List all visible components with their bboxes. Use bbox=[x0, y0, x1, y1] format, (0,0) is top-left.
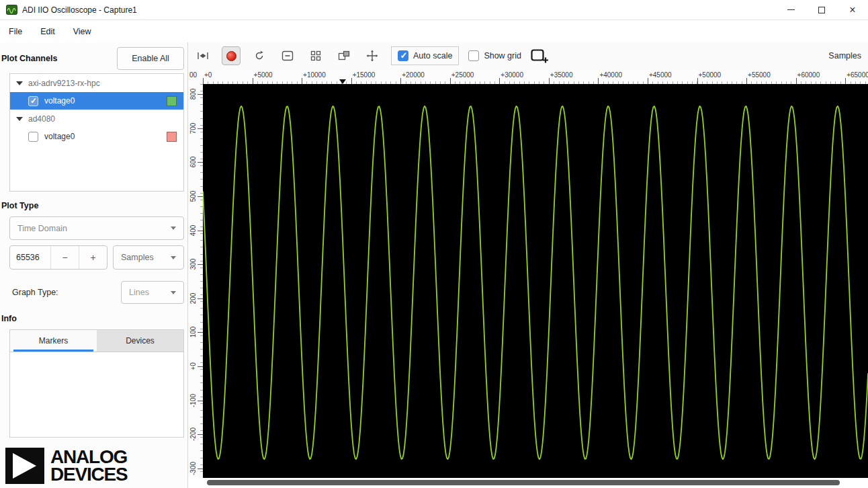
y-tick bbox=[198, 162, 203, 163]
y-tick bbox=[198, 196, 203, 197]
voltage0-waveform bbox=[203, 106, 868, 459]
x-tick bbox=[845, 78, 846, 84]
ruler-position-marker[interactable] bbox=[339, 79, 346, 84]
show-grid-checkbox[interactable] bbox=[468, 50, 479, 61]
graph-type-dropdown[interactable]: Lines bbox=[121, 281, 184, 304]
graph-type-label: Graph Type: bbox=[0, 288, 121, 297]
sample-count-input[interactable] bbox=[10, 246, 50, 269]
expander-icon[interactable] bbox=[16, 81, 23, 85]
enable-all-button[interactable]: Enable All bbox=[117, 47, 184, 70]
y-tick-label: 100 bbox=[189, 319, 198, 345]
app-icon bbox=[6, 5, 17, 15]
x-tick-label: +30000 bbox=[501, 71, 523, 79]
samples-axis-label: Samples bbox=[828, 51, 861, 60]
vertical-ruler[interactable]: 800700600500400300200100+0-100-200-300 bbox=[188, 84, 203, 478]
channel-color-swatch[interactable] bbox=[167, 96, 177, 106]
window-title: ADI IIO Oscilloscope - Capture1 bbox=[22, 5, 137, 15]
sample-count-spinbox: − + bbox=[9, 245, 107, 270]
capture-record-button[interactable] bbox=[222, 46, 241, 65]
y-tick bbox=[198, 469, 203, 469]
plot-type-label: Plot Type bbox=[0, 201, 187, 210]
x-tick-label: +5000 bbox=[254, 71, 273, 79]
channel-row-ad4080-voltage0[interactable]: voltage0 bbox=[10, 128, 183, 145]
y-tick-label: 800 bbox=[189, 81, 198, 108]
y-tick-label: 300 bbox=[189, 251, 198, 278]
x-tick-label: +35000 bbox=[550, 71, 573, 79]
x-tick bbox=[351, 78, 352, 84]
show-grid-toggle[interactable]: Show grid bbox=[468, 50, 521, 61]
restart-capture-icon[interactable] bbox=[250, 46, 269, 65]
x-tick bbox=[598, 78, 599, 84]
zoom-out-icon[interactable] bbox=[278, 46, 297, 65]
channel-checkbox[interactable] bbox=[28, 96, 38, 106]
menu-item-file[interactable]: File bbox=[9, 27, 22, 36]
menu-item-view[interactable]: View bbox=[73, 27, 91, 36]
close-icon: × bbox=[849, 5, 855, 15]
scrollbar-thumb[interactable] bbox=[207, 480, 840, 485]
app-window: ADI IIO Oscilloscope - Capture1 × FileEd… bbox=[0, 0, 868, 488]
playback-step-icon[interactable] bbox=[193, 46, 212, 65]
x-tick bbox=[499, 78, 500, 84]
device-row-ad4080[interactable]: ad4080 bbox=[10, 110, 183, 128]
pan-move-icon[interactable] bbox=[363, 46, 382, 65]
x-tick bbox=[746, 78, 747, 84]
y-tick bbox=[198, 264, 203, 265]
y-tick-label: 200 bbox=[189, 285, 198, 312]
x-tick-label: +55000 bbox=[748, 71, 771, 79]
increment-button[interactable]: + bbox=[79, 246, 107, 269]
channel-tree: axi-adrv9213-rx-hpcvoltage0ad4080voltage… bbox=[9, 73, 184, 192]
horizontal-ruler[interactable]: 00+0+5000+10000+15000+20000+25000+30000+… bbox=[188, 69, 868, 84]
x-tick bbox=[400, 78, 401, 84]
auto-scale-toggle[interactable]: Auto scale bbox=[391, 46, 459, 65]
tab-markers[interactable]: Markers bbox=[10, 330, 97, 352]
minimize-icon bbox=[787, 9, 795, 10]
minimize-button[interactable] bbox=[775, 0, 806, 19]
horizontal-scrollbar bbox=[188, 478, 868, 488]
x-tick bbox=[450, 78, 451, 84]
auto-scale-checkbox[interactable] bbox=[398, 50, 408, 61]
x-tick-label: +40000 bbox=[599, 71, 622, 79]
adi-triangle-icon bbox=[5, 448, 44, 484]
y-tick-label: -200 bbox=[189, 421, 198, 448]
zoom-fit-icon[interactable] bbox=[335, 46, 353, 65]
sample-unit-dropdown[interactable]: Samples bbox=[113, 245, 184, 270]
y-tick-label: 400 bbox=[189, 217, 198, 244]
plot-type-dropdown[interactable]: Time Domain bbox=[9, 216, 184, 240]
device-row-axi-adrv9213-rx-hpc[interactable]: axi-adrv9213-rx-hpc bbox=[10, 74, 183, 92]
tab-devices[interactable]: Devices bbox=[97, 330, 183, 352]
y-tick-label: +0 bbox=[189, 353, 198, 380]
chevron-down-icon bbox=[171, 256, 176, 259]
analog-devices-logo: ANALOG DEVICES bbox=[5, 448, 187, 484]
x-tick-label: +25000 bbox=[451, 71, 474, 79]
menu-item-edit[interactable]: Edit bbox=[40, 27, 55, 36]
plot-main-area: Auto scale Show grid Samples 00+0+5000+1… bbox=[188, 42, 868, 488]
x-tick-label: +0 bbox=[204, 71, 212, 79]
x-tick bbox=[796, 78, 797, 84]
tile-view-icon[interactable] bbox=[306, 46, 325, 65]
decrement-button[interactable]: − bbox=[50, 246, 79, 269]
plot-channels-label: Plot Channels bbox=[0, 54, 117, 63]
channel-checkbox[interactable] bbox=[28, 132, 38, 142]
y-tick bbox=[198, 401, 203, 401]
x-tick-label: +20000 bbox=[402, 71, 425, 79]
y-tick bbox=[198, 434, 203, 435]
y-tick-label: 700 bbox=[189, 115, 198, 142]
x-tick bbox=[549, 78, 550, 84]
plot-canvas[interactable] bbox=[203, 84, 868, 478]
info-label: Info bbox=[0, 314, 187, 323]
y-tick-label: 600 bbox=[189, 149, 198, 175]
new-plot-button[interactable] bbox=[531, 46, 550, 65]
x-tick-label: +60000 bbox=[797, 71, 820, 79]
plot-toolbar: Auto scale Show grid Samples bbox=[188, 42, 868, 69]
x-tick-label: +45000 bbox=[649, 71, 672, 79]
maximize-button[interactable] bbox=[806, 0, 837, 19]
y-tick bbox=[198, 94, 203, 95]
expander-icon[interactable] bbox=[16, 117, 23, 121]
channel-color-swatch[interactable] bbox=[167, 132, 177, 142]
x-tick bbox=[302, 78, 302, 84]
close-button[interactable]: × bbox=[837, 0, 868, 19]
x-tick bbox=[648, 78, 648, 84]
y-tick bbox=[198, 231, 203, 231]
channel-row-axi-adrv9213-rx-hpc-voltage0[interactable]: voltage0 bbox=[10, 92, 183, 110]
y-tick-label: 500 bbox=[189, 183, 198, 210]
